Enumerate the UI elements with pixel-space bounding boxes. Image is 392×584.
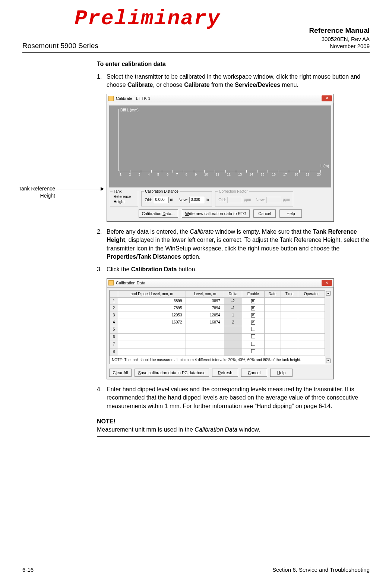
correction-factor-group: Correction Factor Old: ppm New: ppm xyxy=(215,191,293,206)
cell[interactable]: 16072 xyxy=(118,319,186,326)
group-legend: Tank Reference Height: xyxy=(113,189,138,205)
cell[interactable]: 12053 xyxy=(118,312,186,319)
cell-enable[interactable]: ✕ xyxy=(242,319,264,326)
tick: 18 xyxy=(294,172,298,177)
cell-enable[interactable]: ✕ xyxy=(242,312,264,319)
cancel-button[interactable]: Cancel xyxy=(253,209,276,218)
chart-axes xyxy=(118,109,322,171)
help-button[interactable]: Help xyxy=(279,209,302,218)
col-header: Delta xyxy=(224,290,242,297)
checkbox-icon[interactable] xyxy=(251,349,255,353)
tick: 15 xyxy=(261,172,265,177)
tick: 13 xyxy=(238,172,242,177)
text: Measurement unit mm is used in the xyxy=(97,426,195,433)
italic: Calibration Data xyxy=(195,426,237,433)
row-num: 4 xyxy=(110,319,118,326)
tick: 1 xyxy=(120,172,121,177)
tick: 6 xyxy=(167,172,168,177)
scroll-up-icon[interactable]: ▲ xyxy=(326,291,331,296)
col-header: and Dipped Level, mm, m xyxy=(118,290,186,297)
cell[interactable]: 3899 xyxy=(118,297,186,304)
step-4: 4. Enter hand dipped level values and th… xyxy=(97,385,370,410)
text: , displayed in the lower left corner, is… xyxy=(107,237,369,251)
save-button[interactable]: Save calibration data in PC database xyxy=(135,369,209,377)
calibration-table: and Dipped Level, mm, m Level, mm, m Del… xyxy=(110,290,325,356)
cell[interactable]: 16074 xyxy=(186,319,224,326)
checkbox-icon[interactable]: ✕ xyxy=(251,299,255,303)
close-button[interactable]: ✕ xyxy=(322,95,332,101)
write-to-rtg-button[interactable]: Write new calibration data to RTG xyxy=(182,209,250,218)
tick: 8 xyxy=(186,172,187,177)
step-2-number: 2. xyxy=(97,228,107,261)
cell-enable[interactable] xyxy=(242,348,264,356)
checkbox-icon[interactable]: ✕ xyxy=(251,313,255,318)
close-button[interactable]: ✕ xyxy=(322,280,332,286)
header-date: November 2009 xyxy=(309,42,370,50)
cell-enable[interactable]: ✕ xyxy=(242,304,264,312)
table-row[interactable]: 5 xyxy=(110,326,325,333)
tick: 4 xyxy=(148,172,150,177)
bold: Service/Devices xyxy=(235,82,280,88)
text: menu. xyxy=(280,82,298,88)
group-legend: Calibration Distance xyxy=(144,189,180,194)
cell-enable[interactable] xyxy=(242,333,264,341)
tank-ref-height-group: Tank Reference Height: 20.000 m xyxy=(110,191,138,206)
step-1-number: 1. xyxy=(97,73,107,89)
scroll-down-icon[interactable]: ▼ xyxy=(326,359,331,363)
checkbox-icon[interactable] xyxy=(251,342,255,346)
table-row[interactable]: 416072160742✕ xyxy=(110,319,325,326)
cell[interactable]: 12054 xyxy=(186,312,224,319)
refresh-button[interactable]: Refresh xyxy=(212,369,238,377)
help-button[interactable]: Help xyxy=(270,369,293,377)
watermark: Preliminary xyxy=(75,7,221,31)
row-num: 1 xyxy=(110,297,118,304)
table-row[interactable]: 7 xyxy=(110,341,325,348)
cell-enable[interactable] xyxy=(242,326,264,333)
cell-enable[interactable] xyxy=(242,341,264,348)
unit-label: m xyxy=(170,197,173,202)
checkbox-icon[interactable] xyxy=(251,334,255,338)
calibration-data-button[interactable]: Calibration Data... xyxy=(139,209,178,218)
col-header: Time xyxy=(281,290,298,297)
titlebar: Calibration Data ✕ xyxy=(107,279,333,288)
tick: 17 xyxy=(283,172,287,177)
tick-labels: 1 2 3 4 5 6 7 8 9 10 11 12 13 14 xyxy=(118,172,322,177)
corr-factor-old-input xyxy=(227,197,242,203)
col-header: Level, mm, m xyxy=(186,290,224,297)
tick: 3 xyxy=(139,172,140,177)
cell-enable[interactable]: ✕ xyxy=(242,297,264,304)
col-header: Date xyxy=(264,290,281,297)
checkbox-icon[interactable]: ✕ xyxy=(251,306,255,310)
table-row[interactable]: 6 xyxy=(110,333,325,341)
text: Before any data is entered, the xyxy=(107,228,190,235)
lower-panel: Tank Reference Height: 20.000 m Calibrat… xyxy=(107,190,333,207)
cal-dist-new-input[interactable]: 0.000 xyxy=(189,197,204,203)
text: button. xyxy=(177,266,196,272)
section-label: Section 6. Service and Troubleshooting xyxy=(272,566,370,573)
checkbox-icon[interactable]: ✕ xyxy=(251,321,255,325)
scrollbar[interactable]: ▲ ▼ xyxy=(325,290,331,364)
table-row[interactable]: 8 xyxy=(110,348,325,356)
clear-all-button[interactable]: Clear All xyxy=(109,369,132,377)
table-row[interactable]: 138993897-2✕ xyxy=(110,297,325,304)
cancel-button[interactable]: Cancel xyxy=(241,369,267,377)
unit-label: ppm xyxy=(283,197,290,202)
bold: Calibrate xyxy=(127,82,153,88)
button-row: Clear All Save calibration data in PC da… xyxy=(107,366,333,379)
table-row[interactable]: 312053120541✕ xyxy=(110,312,325,319)
tick: 11 xyxy=(216,172,219,177)
tick: 2 xyxy=(129,172,131,177)
cal-dist-old-input[interactable]: 0.000 xyxy=(154,197,169,203)
titlebar: Calibrate - LT-TK-1 ✕ xyxy=(107,94,333,103)
cell[interactable]: 7894 xyxy=(186,304,224,312)
label: New: xyxy=(256,197,265,203)
table-row[interactable]: 278957894-1✕ xyxy=(110,304,325,312)
checkbox-icon[interactable] xyxy=(251,327,255,331)
cell[interactable]: 3897 xyxy=(186,297,224,304)
cell[interactable]: 7895 xyxy=(118,304,186,312)
step-3-body: Click the Calibration Data button. xyxy=(107,265,370,274)
window-icon xyxy=(108,280,114,285)
col-header: Enable xyxy=(242,290,264,297)
header-right: Reference Manual 300520EN, Rev AA Novemb… xyxy=(309,26,370,50)
row-num: 8 xyxy=(110,348,118,356)
